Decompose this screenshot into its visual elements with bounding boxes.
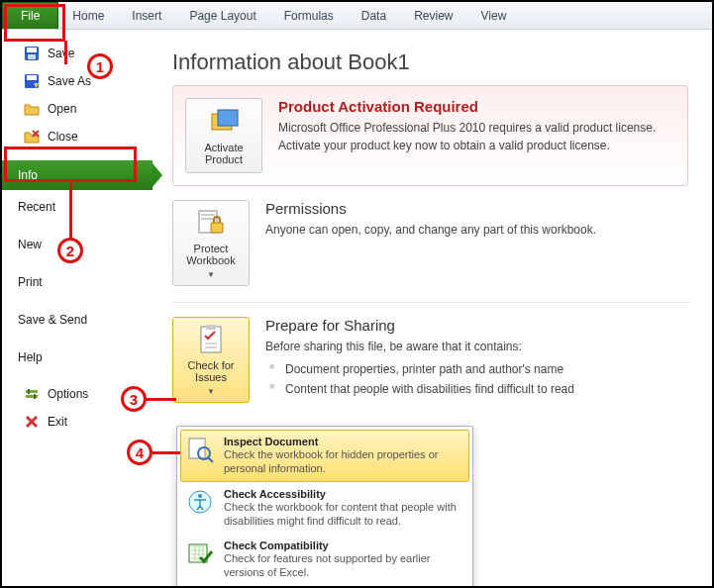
callout-line-2	[69, 182, 72, 240]
accessibility-icon	[186, 488, 214, 516]
open-icon	[24, 101, 40, 117]
callout-line-4	[151, 451, 180, 454]
saveas-icon	[24, 73, 40, 89]
svg-point-27	[198, 494, 202, 498]
sidebar-save[interactable]: Save	[2, 42, 153, 65]
svg-rect-8	[26, 395, 38, 398]
check-issues-label: Check for Issues	[175, 359, 247, 383]
svg-rect-2	[28, 54, 36, 59]
svg-rect-20	[206, 325, 216, 330]
svg-rect-1	[27, 48, 37, 52]
ribbon-tabs: File Home Insert Page Layout Formulas Da…	[2, 2, 712, 30]
svg-rect-9	[28, 389, 30, 394]
callout-3: 3	[121, 386, 147, 412]
sidebar-save-as[interactable]: Save As	[2, 69, 153, 93]
page-title: Information about Book1	[172, 49, 688, 75]
sidebar-nav-help[interactable]: Help	[2, 341, 153, 374]
sidebar-nav-recent[interactable]: Recent	[2, 190, 153, 224]
svg-rect-18	[211, 223, 223, 233]
tab-page-layout[interactable]: Page Layout	[175, 3, 269, 29]
prepare-intro: Before sharing this file, be aware that …	[265, 338, 688, 355]
sidebar-saveas-label: Save As	[48, 74, 91, 88]
sidebar-nav-recent-label: Recent	[18, 200, 55, 214]
sidebar-nav-print-label: Print	[18, 275, 43, 289]
tab-view[interactable]: View	[467, 3, 521, 29]
callout-box-file	[4, 4, 65, 42]
check-issues-menu: Inspect Document Check the workbook for …	[176, 426, 473, 588]
tab-data[interactable]: Data	[348, 3, 400, 29]
prepare-bullets: Document properties, printer path and au…	[265, 359, 688, 400]
svg-rect-7	[26, 390, 38, 393]
activation-heading: Product Activation Required	[278, 98, 675, 115]
svg-rect-14	[218, 110, 238, 126]
menu-check-compatibility[interactable]: Check Compatibility Check for features n…	[180, 534, 469, 586]
dropdown-caret-icon: ▼	[207, 270, 215, 279]
exit-icon	[24, 414, 40, 430]
activate-product-label: Activate Product	[188, 142, 259, 165]
menu-access-desc: Check the workbook for content that peop…	[224, 500, 463, 529]
svg-rect-16	[201, 214, 215, 216]
sidebar-save-label: Save	[48, 47, 74, 60]
sidebar-nav-new-label: New	[18, 238, 42, 251]
menu-compat-desc: Check for features not supported by earl…	[224, 551, 463, 580]
menu-inspect-title: Inspect Document	[224, 436, 463, 447]
sidebar-nav-help-label: Help	[18, 350, 43, 364]
section-activation: Activate Product Product Activation Requ…	[172, 85, 688, 186]
sidebar-open[interactable]: Open	[2, 97, 153, 121]
activation-text1: Microsoft Office Professional Plus 2010 …	[278, 119, 675, 137]
callout-box-info	[4, 147, 137, 182]
menu-inspect-desc: Check the workbook for hidden properties…	[224, 447, 463, 476]
sidebar-close[interactable]: Close	[2, 125, 153, 148]
callout-1: 1	[87, 53, 113, 79]
permissions-text: Anyone can open, copy, and change any pa…	[265, 221, 688, 239]
callout-line-3	[145, 398, 176, 401]
menu-access-title: Check Accessibility	[224, 488, 463, 500]
check-issues-icon	[195, 324, 227, 355]
menu-compat-title: Check Compatibility	[224, 539, 463, 551]
activate-product-button[interactable]: Activate Product	[185, 98, 262, 173]
permissions-heading: Permissions	[265, 200, 688, 217]
dropdown-caret-icon: ▼	[207, 387, 215, 396]
tab-insert[interactable]: Insert	[118, 3, 175, 29]
callout-2: 2	[57, 238, 83, 263]
menu-check-accessibility[interactable]: Check Accessibility Check the workbook f…	[180, 482, 469, 535]
compatibility-icon	[186, 539, 214, 567]
check-for-issues-button[interactable]: Check for Issues ▼	[172, 317, 250, 403]
sidebar-options-label: Options	[48, 387, 88, 401]
close-icon	[24, 129, 40, 145]
inspect-icon	[186, 436, 214, 463]
svg-rect-10	[34, 394, 36, 399]
tab-home[interactable]: Home	[58, 3, 118, 29]
sidebar-nav-save-send[interactable]: Save & Send	[2, 303, 153, 337]
svg-line-25	[208, 457, 213, 462]
tab-review[interactable]: Review	[400, 3, 466, 29]
backstage-sidebar: Save Save As Open Close Info Recent New …	[2, 30, 153, 586]
sidebar-exit-label: Exit	[48, 415, 67, 429]
prepare-bullet-1: Document properties, printer path and au…	[265, 359, 688, 379]
svg-rect-19	[201, 327, 221, 352]
prepare-heading: Prepare for Sharing	[265, 317, 688, 334]
sidebar-exit[interactable]: Exit	[2, 410, 153, 434]
save-icon	[24, 46, 40, 61]
protect-workbook-label: Protect Workbook	[175, 243, 247, 266]
sidebar-open-label: Open	[48, 102, 76, 116]
svg-rect-17	[201, 218, 215, 220]
sidebar-close-label: Close	[48, 130, 78, 144]
callout-4: 4	[127, 440, 153, 465]
sidebar-nav-print[interactable]: Print	[2, 265, 153, 299]
section-permissions: Protect Workbook ▼ Permissions Anyone ca…	[172, 186, 688, 303]
svg-rect-4	[27, 75, 37, 80]
activation-text2: Activate your product key now to obtain …	[278, 137, 675, 154]
options-icon	[24, 386, 40, 402]
sidebar-nav-save-send-label: Save & Send	[18, 313, 87, 327]
section-prepare: Check for Issues ▼ Prepare for Sharing B…	[172, 303, 688, 419]
callout-line-1	[64, 41, 67, 64]
tab-formulas[interactable]: Formulas	[270, 3, 348, 29]
menu-inspect-document[interactable]: Inspect Document Check the workbook for …	[180, 430, 469, 482]
protect-workbook-button[interactable]: Protect Workbook ▼	[172, 200, 250, 286]
activate-icon	[208, 106, 240, 138]
prepare-bullet-2: Content that people with disabilities fi…	[265, 379, 688, 399]
protect-icon	[195, 207, 227, 239]
